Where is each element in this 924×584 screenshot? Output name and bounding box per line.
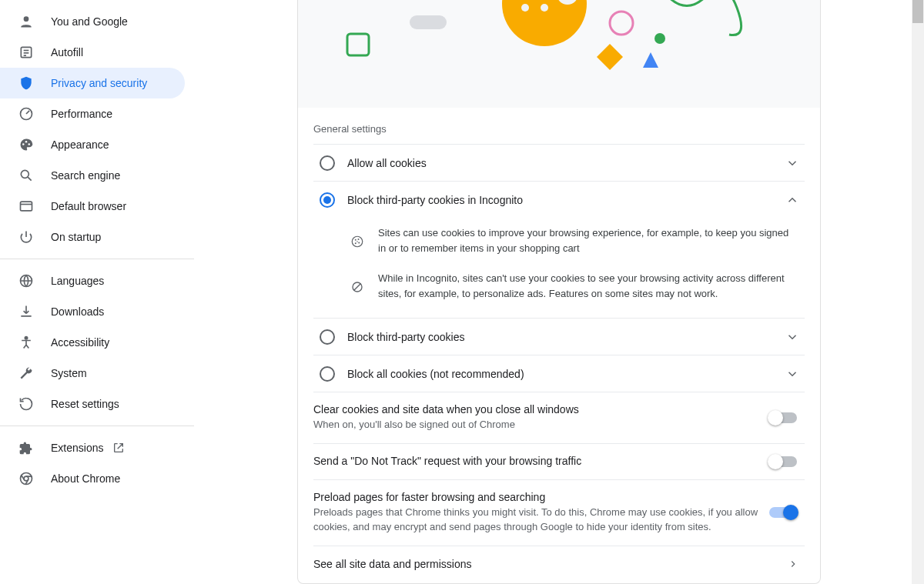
svg-rect-11 [21,202,32,211]
svg-point-27 [654,33,665,44]
sidebar-item-label: Search engine [51,169,120,182]
svg-line-10 [28,177,32,181]
sidebar-item-appearance[interactable]: Appearance [0,129,185,160]
sidebar-item-label: On startup [51,231,101,243]
radio-label: Block all cookies (not recommended) [347,368,783,380]
sidebar-item-privacy[interactable]: Privacy and security [0,68,185,98]
svg-point-20 [541,4,548,12]
sidebar-item-on-startup[interactable]: On startup [0,222,185,252]
toggle-clear-on-close[interactable] [769,412,797,423]
svg-point-6 [22,143,25,145]
sidebar-item-label: About Chrome [51,472,120,485]
radio-icon [320,192,335,208]
sidebar-item-languages[interactable]: Languages [0,265,185,296]
radio-icon [320,155,335,171]
sidebar-item-label: Reset settings [51,398,119,410]
sidebar-item-label: Default browser [51,200,126,212]
sidebar-item-label: Languages [51,275,104,287]
extension-icon [18,440,34,456]
svg-point-29 [355,239,357,240]
svg-point-32 [358,242,360,243]
globe-icon [18,273,34,289]
sidebar-item-accessibility[interactable]: Accessibility [0,327,185,358]
radio-allow-all-cookies[interactable]: Allow all cookies [313,144,805,181]
power-icon [18,229,34,245]
radio-label: Allow all cookies [347,157,783,169]
svg-point-14 [25,337,27,339]
sidebar-item-system[interactable]: System [0,358,185,389]
speedometer-icon [18,106,34,122]
link-label: See all site data and permissions [313,558,788,570]
svg-point-7 [25,141,28,143]
setting-do-not-track: Send a "Do Not Track" request with your … [313,443,805,479]
sidebar-item-search-engine[interactable]: Search engine [0,160,185,191]
link-see-all-site-data[interactable]: See all site data and permissions [313,546,805,582]
svg-rect-25 [597,44,623,70]
sidebar-item-label: Autofill [51,46,83,58]
block-icon [350,271,366,301]
chevron-down-icon[interactable] [783,330,802,344]
setting-preload-pages: Preload pages for faster browsing and se… [313,479,805,546]
setting-clear-on-close: Clear cookies and site data when you clo… [313,392,805,443]
sidebar-item-label: You and Google [51,15,128,28]
autofill-icon [18,45,34,60]
download-icon [18,304,34,319]
scrollbar-thumb[interactable] [912,0,923,23]
hero-illustration [298,0,820,108]
cookie-icon [350,225,366,255]
svg-point-9 [21,170,28,178]
info-text: While in Incognito, sites can't use your… [378,271,797,301]
chevron-down-icon[interactable] [783,156,802,170]
svg-point-0 [24,16,29,22]
shield-icon [18,75,34,91]
setting-desc: When on, you'll also be signed out of Ch… [313,417,769,432]
sidebar-item-extensions[interactable]: Extensions [0,432,185,463]
main-content: General settings Allow all cookies Block… [194,0,924,584]
wrench-icon [18,365,34,381]
sidebar-item-default-browser[interactable]: Default browser [0,191,185,222]
browser-icon [18,199,34,214]
sidebar-item-performance[interactable]: Performance [0,98,185,129]
sidebar-item-label: Accessibility [51,336,109,349]
radio-block-all[interactable]: Block all cookies (not recommended) [313,355,805,392]
palette-icon [18,137,34,152]
page-scrollbar[interactable] [912,0,924,584]
setting-title: Preload pages for faster browsing and se… [313,491,769,503]
sidebar-item-downloads[interactable]: Downloads [0,296,185,327]
sidebar-item-autofill[interactable]: Autofill [0,37,185,68]
accessibility-icon [18,335,34,350]
chevron-up-icon[interactable] [783,193,802,207]
restore-icon [18,396,34,412]
sidebar-item-label: Downloads [51,305,104,318]
chevron-down-icon[interactable] [783,367,802,381]
radio-icon [320,329,335,345]
svg-line-35 [354,283,361,290]
svg-point-8 [28,143,31,145]
info-text: Sites can use cookies to improve your br… [378,225,797,255]
svg-point-33 [357,241,358,242]
setting-title: Send a "Do Not Track" request with your … [313,455,769,467]
external-link-icon [112,442,125,454]
radio-label: Block third-party cookies [347,331,783,343]
sidebar-item-you-google[interactable]: You and Google [0,6,185,37]
radio-block-third-party-incognito[interactable]: Block third-party cookies in Incognito [313,181,805,218]
sidebar-item-label: System [51,367,87,379]
section-title: General settings [313,108,805,144]
toggle-do-not-track[interactable] [769,456,797,467]
sidebar-item-reset[interactable]: Reset settings [0,389,185,419]
setting-desc: Preloads pages that Chrome thinks you mi… [313,505,769,535]
chevron-right-icon [788,559,798,569]
radio-block-third-party[interactable]: Block third-party cookies [313,318,805,355]
sidebar-item-label: Performance [51,108,112,120]
toggle-preload-pages[interactable] [769,507,797,518]
radio-label: Block third-party cookies in Incognito [347,194,783,206]
svg-rect-22 [347,34,369,55]
chrome-icon [18,471,34,486]
svg-rect-23 [410,15,447,29]
settings-card: General settings Allow all cookies Block… [297,0,821,584]
svg-marker-26 [643,52,658,68]
radio-icon [320,366,335,382]
svg-point-31 [355,242,357,244]
sidebar-item-about[interactable]: About Chrome [0,463,185,494]
search-icon [18,168,34,183]
